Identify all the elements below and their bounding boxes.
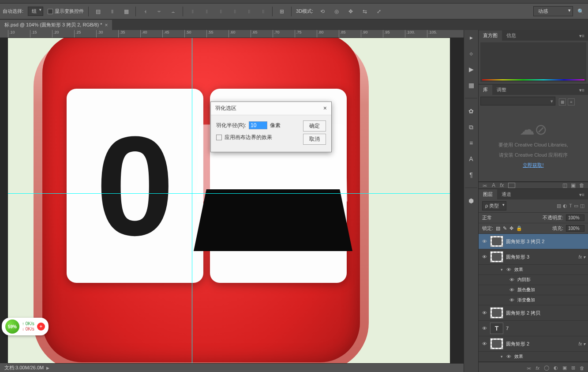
visibility-icon[interactable]: 👁	[481, 326, 487, 331]
3d-pan-icon[interactable]: ✥	[346, 7, 356, 16]
apply-edge-checkbox[interactable]	[216, 135, 222, 140]
clone-icon[interactable]: ⧉	[466, 122, 476, 132]
color-swatch[interactable]	[508, 183, 515, 188]
layer-item[interactable]: 👁T7	[479, 321, 588, 336]
history-icon[interactable]: ⟐	[466, 49, 476, 58]
tab-channels[interactable]: 通道	[497, 189, 516, 199]
grid-view-icon[interactable]: ▦	[559, 98, 566, 105]
get-now-link[interactable]: 立即获取!	[523, 162, 543, 169]
mask-icon[interactable]: ▣	[571, 182, 576, 188]
chevron-right-icon[interactable]: ▶	[46, 366, 49, 370]
swatches-icon[interactable]: ▦	[466, 80, 476, 90]
3d-scale-icon[interactable]: ⤢	[374, 7, 384, 16]
char-icon[interactable]: A	[492, 182, 495, 188]
style-icon[interactable]: ◫	[562, 182, 567, 188]
close-icon[interactable]: ×	[105, 22, 108, 28]
3d-orbit-icon[interactable]: ⟲	[318, 7, 327, 16]
visibility-icon[interactable]: 👁	[481, 310, 487, 316]
layer-item[interactable]: 👁圆角矩形 2fx ▾	[479, 336, 588, 352]
fx-menu-icon[interactable]: fx	[536, 365, 539, 371]
3d-roll-icon[interactable]: ◎	[332, 7, 341, 16]
network-widget[interactable]: 59% ↑ 0K/s ↓ 0K/s +	[2, 318, 49, 335]
arrange-icon[interactable]: ⊞	[277, 7, 287, 16]
distribute-icon[interactable]: ⫴	[244, 7, 254, 16]
document-tab[interactable]: 标.psd @ 104% (圆角矩形 3 拷贝 2, RGB/8) * ×	[0, 20, 112, 30]
link-layers-icon[interactable]: ⫘	[526, 365, 531, 371]
cancel-button[interactable]: 取消	[303, 134, 326, 145]
close-icon[interactable]: ×	[323, 105, 327, 112]
play-icon[interactable]: ▶	[466, 64, 476, 74]
search-icon[interactable]: 🔍	[576, 7, 585, 16]
tab-info[interactable]: 信息	[502, 30, 521, 41]
adjustment-icon[interactable]: ◐	[554, 365, 558, 371]
distribute-icon[interactable]: ⫴	[230, 7, 240, 16]
tab-adjustments[interactable]: 调整	[492, 85, 511, 95]
fill-field[interactable]: 100%	[566, 225, 584, 232]
group-icon[interactable]: ▣	[562, 365, 567, 371]
link-icon[interactable]: ⫘	[482, 182, 487, 188]
guide-vertical[interactable]	[192, 38, 192, 363]
visibility-icon[interactable]: 👁	[481, 254, 487, 259]
distribute-icon[interactable]: ⫴	[216, 7, 225, 16]
align-left-icon[interactable]: ⫞	[140, 7, 150, 16]
layer-item[interactable]: 👁圆角矩形 2 拷贝	[479, 305, 588, 321]
tab-libraries[interactable]: 库	[479, 85, 492, 95]
fx-icon[interactable]: fx	[500, 182, 504, 188]
align-icon[interactable]: ⫴	[107, 7, 117, 16]
layer-item[interactable]: 👁内阴影	[479, 275, 588, 285]
visibility-icon[interactable]: 👁	[481, 239, 487, 244]
visibility-icon[interactable]: 👁	[481, 341, 487, 346]
guide-horizontal[interactable]	[8, 193, 450, 194]
fx-badge[interactable]: fx ▾	[578, 255, 585, 259]
workspace-dropdown[interactable]: 动感	[533, 6, 573, 16]
layer-item[interactable]: 👁颜色叠加	[479, 285, 588, 295]
library-dropdown[interactable]	[480, 97, 555, 105]
panel-menu-icon[interactable]: ▾≡	[576, 86, 588, 95]
align-icon[interactable]: ▤	[93, 7, 103, 16]
tab-layers[interactable]: 图层	[479, 189, 497, 199]
lock-all-icon[interactable]: 🔒	[516, 225, 522, 231]
trash-icon[interactable]: 🗑	[579, 182, 584, 188]
ok-button[interactable]: 确定	[303, 120, 326, 132]
filter-kind-dropdown[interactable]: ρ 类型	[482, 201, 506, 210]
align-icon[interactable]: ▦	[121, 7, 131, 16]
panel-menu-icon[interactable]: ▾≡	[576, 31, 588, 41]
align-right-icon[interactable]: ⫠	[169, 7, 178, 16]
show-transform-checkbox[interactable]	[48, 9, 53, 14]
filter-shape-icon[interactable]: ▭	[574, 203, 578, 209]
layer-item[interactable]: 👁圆角矩形 3 拷贝 2	[479, 234, 588, 249]
opacity-field[interactable]: 100%	[566, 214, 584, 221]
layer-item[interactable]: 👁渐变叠加	[479, 295, 588, 305]
filter-pixel-icon[interactable]: ▧	[557, 203, 561, 209]
distribute-icon[interactable]: ⫴	[187, 7, 197, 16]
lock-position-icon[interactable]: ✥	[509, 225, 513, 231]
character-icon[interactable]: A	[466, 154, 476, 164]
list-view-icon[interactable]: ≡	[568, 98, 575, 105]
distribute-icon[interactable]: ⫴	[202, 7, 211, 16]
blend-mode-dropdown[interactable]: 正常	[482, 214, 517, 221]
group-dropdown[interactable]: 组	[28, 7, 43, 16]
filter-adjust-icon[interactable]: ◐	[563, 203, 567, 209]
panel-icon[interactable]: ▸	[466, 33, 476, 42]
filter-text-icon[interactable]: T	[569, 203, 572, 209]
new-layer-icon[interactable]: ⊞	[571, 365, 575, 371]
layer-item[interactable]: 👁圆角矩形 3fx ▾	[479, 249, 588, 265]
tab-histogram[interactable]: 直方图	[479, 30, 502, 41]
distribute-icon[interactable]: ⫴	[258, 7, 268, 16]
paragraph-icon[interactable]: ≡	[466, 138, 476, 148]
fx-badge[interactable]: fx ▾	[578, 342, 585, 346]
glyphs-icon[interactable]: ¶	[466, 170, 476, 180]
filter-smart-icon[interactable]: ◫	[580, 203, 584, 209]
layer-item[interactable]: ▾👁效果	[479, 352, 588, 362]
brush-icon[interactable]: ✿	[466, 106, 476, 116]
panel-menu-icon[interactable]: ▾≡	[576, 190, 588, 199]
3d-icon[interactable]: ⬢	[466, 196, 476, 206]
plus-icon[interactable]: +	[37, 323, 45, 331]
lock-transparency-icon[interactable]: ▧	[496, 225, 500, 231]
canvas-viewport[interactable]: 0	[0, 38, 464, 363]
3d-slide-icon[interactable]: ⇆	[360, 7, 370, 16]
align-center-icon[interactable]: ⫟	[154, 7, 164, 16]
feather-radius-input[interactable]	[249, 121, 267, 129]
lock-paint-icon[interactable]: ✎	[503, 225, 507, 231]
layer-item[interactable]: ▾👁效果	[479, 265, 588, 275]
